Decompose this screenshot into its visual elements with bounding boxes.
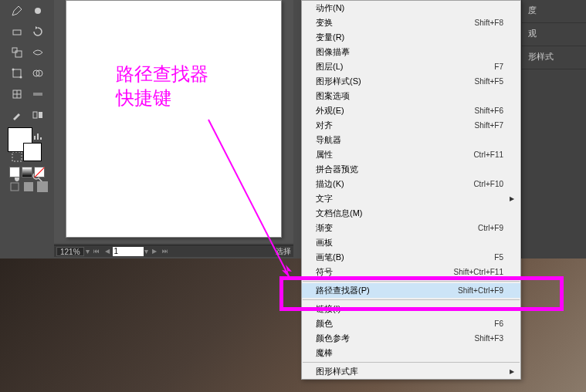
next-page-button[interactable]: ▶ (150, 247, 159, 256)
menu-item-20[interactable]: 链接(I) (302, 302, 520, 316)
annotation-line2: 快捷键 (116, 86, 208, 110)
menu-label: 颜色 (316, 318, 494, 329)
window-menu: 动作(N)变换Shift+F8变量(R)图像描摹图层(L)F7图形样式(S)Sh… (301, 0, 521, 380)
menu-item-8[interactable]: 对齐Shift+F7 (302, 118, 520, 133)
tool-blend[interactable] (27, 104, 48, 125)
tool-rotate[interactable] (27, 21, 48, 42)
menu-item-19[interactable]: 路径查找器(P)Shift+Ctrl+F9 (302, 283, 520, 298)
menu-label: 渐变 (316, 222, 478, 234)
menu-label: 画板 (316, 237, 503, 248)
menu-shortcut: Ctrl+F11 (473, 150, 503, 159)
last-page-button[interactable]: ⏭ (161, 247, 170, 256)
menu-item-13[interactable]: 文字▶ (302, 191, 520, 206)
panel-item-1[interactable]: 度 (522, 0, 586, 23)
screen-mode-presentation[interactable] (37, 181, 48, 192)
tool-mesh[interactable] (6, 83, 27, 104)
status-bar: 121% ▾ ⏮ ◀ 1 ▾ ▶ ⏭ 选择 (54, 245, 293, 257)
color-mode[interactable] (9, 167, 20, 177)
menu-shortcut: F6 (494, 319, 503, 328)
status-label: 选择 (276, 246, 291, 257)
tool-blob[interactable] (27, 0, 48, 21)
menu-item-17[interactable]: 画笔(B)F5 (302, 250, 520, 265)
menu-item-10[interactable]: 属性Ctrl+F11 (302, 147, 520, 162)
panel-item-3[interactable]: 形样式 (522, 46, 586, 69)
menu-item-15[interactable]: 渐变Ctrl+F9 (302, 221, 520, 235)
svg-rect-4 (13, 69, 21, 77)
menu-label: 变量(R) (316, 32, 503, 43)
menu-item-18[interactable]: 符号Shift+Ctrl+F11 (302, 265, 520, 279)
svg-rect-26 (24, 182, 33, 191)
svg-rect-25 (11, 183, 19, 191)
tool-shape-builder[interactable] (27, 63, 48, 83)
menu-separator (303, 362, 520, 363)
menu-label: 变换 (316, 17, 474, 29)
tool-eraser[interactable] (6, 21, 27, 42)
zoom-level[interactable]: 121% (56, 247, 84, 256)
menu-label: 文字 (316, 193, 503, 204)
page-dropdown-icon[interactable]: ▾ (144, 247, 148, 255)
menu-item-24[interactable]: 图形样式库▶ (302, 364, 520, 379)
svg-rect-27 (37, 181, 48, 192)
menu-shortcut: Ctrl+F9 (478, 224, 503, 232)
tool-free-transform[interactable] (6, 63, 27, 83)
menu-item-7[interactable]: 外观(E)Shift+F6 (302, 103, 520, 118)
menu-item-12[interactable]: 描边(K)Ctrl+F10 (302, 177, 520, 191)
menu-label: 属性 (316, 149, 473, 161)
menu-item-23[interactable]: 魔棒 (302, 346, 520, 360)
menu-item-14[interactable]: 文档信息(M) (302, 206, 520, 221)
svg-rect-13 (33, 112, 37, 118)
menu-label: 外观(E) (316, 105, 474, 117)
menu-item-11[interactable]: 拼合器预览 (302, 162, 520, 177)
menu-label: 魔棒 (316, 347, 503, 359)
svg-rect-20 (37, 133, 39, 140)
menu-item-0[interactable]: 动作(N) (302, 1, 520, 15)
tool-eyedropper[interactable] (6, 104, 27, 125)
menu-item-22[interactable]: 颜色参考Shift+F3 (302, 331, 520, 346)
zoom-dropdown-icon[interactable]: ▾ (86, 247, 90, 255)
menu-shortcut: Shift+F5 (474, 77, 503, 86)
menu-shortcut: Shift+F7 (474, 121, 503, 130)
menu-label: 对齐 (316, 120, 474, 131)
submenu-arrow-icon: ▶ (510, 368, 514, 375)
menu-label: 画笔(B) (316, 252, 494, 263)
svg-point-6 (19, 76, 22, 78)
menu-shortcut: Shift+Ctrl+F9 (458, 286, 503, 295)
panel-item-2[interactable]: 观 (522, 23, 586, 46)
menu-label: 图像描摹 (316, 46, 503, 58)
screen-mode-full[interactable] (23, 181, 34, 192)
menu-separator (303, 299, 520, 300)
menu-item-16[interactable]: 画板 (302, 235, 520, 250)
tool-pencil[interactable] (6, 0, 27, 21)
menu-item-21[interactable]: 颜色F6 (302, 316, 520, 331)
menu-item-2[interactable]: 变量(R) (302, 30, 520, 45)
menu-item-4[interactable]: 图层(L)F7 (302, 59, 520, 74)
tool-scale[interactable] (6, 42, 27, 63)
menu-label: 描边(K) (316, 178, 473, 190)
menu-item-1[interactable]: 变换Shift+F8 (302, 15, 520, 30)
artboard[interactable] (66, 0, 282, 238)
stroke-color[interactable] (23, 143, 42, 161)
tool-width[interactable] (27, 42, 48, 63)
tool-gradient[interactable] (27, 83, 48, 104)
none-mode[interactable] (34, 167, 45, 177)
menu-item-3[interactable]: 图像描摹 (302, 45, 520, 59)
menu-item-9[interactable]: 导航器 (302, 133, 520, 147)
first-page-button[interactable]: ⏮ (92, 247, 101, 256)
screen-mode-normal[interactable] (9, 181, 20, 192)
menu-label: 图形样式库 (316, 366, 503, 377)
svg-rect-21 (40, 137, 42, 140)
menu-label: 动作(N) (316, 2, 503, 14)
menu-item-6[interactable]: 图案选项 (302, 89, 520, 103)
menu-item-5[interactable]: 图形样式(S)Shift+F5 (302, 74, 520, 89)
menu-shortcut: F5 (494, 253, 503, 262)
menu-label: 图案选项 (316, 90, 503, 102)
svg-rect-19 (34, 136, 36, 140)
svg-rect-22 (12, 152, 22, 161)
prev-page-button[interactable]: ◀ (103, 247, 112, 256)
gradient-mode[interactable] (22, 167, 32, 177)
svg-rect-3 (15, 51, 22, 57)
page-number[interactable]: 1 (113, 247, 144, 256)
right-panel: 度 观 形样式 (521, 0, 586, 259)
menu-label: 文档信息(M) (316, 208, 503, 219)
menu-shortcut: Ctrl+F10 (473, 180, 503, 188)
